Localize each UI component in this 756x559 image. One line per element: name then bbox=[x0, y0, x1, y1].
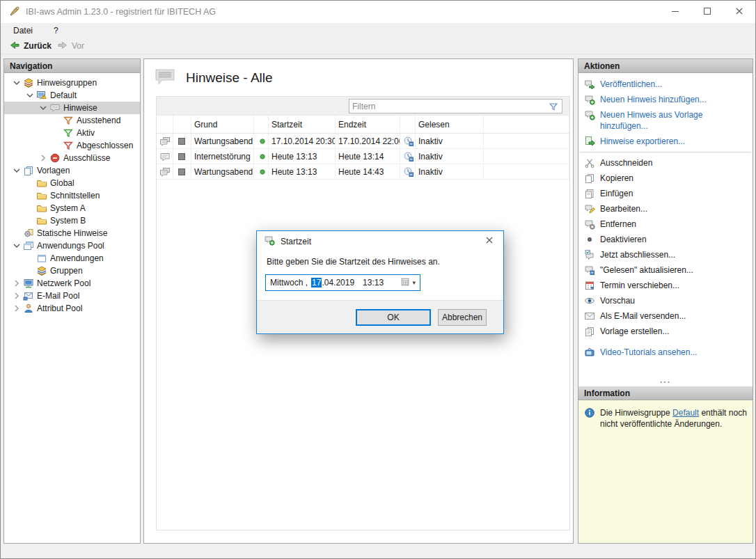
dialog-title: Startzeit bbox=[281, 237, 311, 246]
ok-button[interactable]: OK bbox=[356, 309, 431, 326]
action-veroeffentlichen[interactable]: Veröffentlichen... bbox=[578, 77, 753, 92]
action-als-email-versenden[interactable]: Als E-Mail versenden... bbox=[578, 308, 753, 324]
forward-button[interactable]: Vor bbox=[54, 40, 87, 53]
dialog-close-button[interactable] bbox=[482, 233, 496, 249]
sidebar-item-aktiv[interactable]: Aktiv bbox=[4, 127, 140, 139]
remove-icon bbox=[584, 219, 595, 230]
sidebar-item-email-pool[interactable]: E-Mail Pool bbox=[4, 290, 140, 302]
action-neuen-hinweis-hinzufuegen[interactable]: Neuen Hinweis hinzufügen... bbox=[578, 92, 753, 107]
cancel-button[interactable]: Abbrechen bbox=[438, 309, 487, 326]
column-header-startzeit[interactable]: Startzeit bbox=[269, 116, 336, 133]
sidebar-item-system-b[interactable]: System B bbox=[4, 214, 140, 227]
action-label: Einfügen bbox=[600, 188, 633, 199]
tree-item-label: Schnittstellen bbox=[50, 191, 100, 200]
chevron-right-icon[interactable] bbox=[11, 303, 22, 314]
action-label: Neuen Hinweis hinzufügen... bbox=[600, 94, 707, 105]
sidebar-item-global[interactable]: Global bbox=[4, 177, 140, 189]
information-text: Die Hinweisgruppe Default enthält noch n… bbox=[600, 407, 747, 536]
datetime-dropdown-button[interactable]: ▾ bbox=[400, 277, 416, 289]
column-header-clock[interactable] bbox=[400, 116, 416, 133]
sidebar-item-gruppen[interactable]: Gruppen bbox=[4, 265, 140, 277]
action-neuen-hinweis-aus-vorlage-hinzufuegen[interactable]: Neuen Hinweis aus Vorlage hinzufügen... bbox=[578, 107, 753, 134]
close-button[interactable] bbox=[723, 1, 755, 23]
sidebar-item-vorlagen[interactable]: Vorlagen bbox=[4, 164, 140, 177]
maximize-button[interactable] bbox=[691, 1, 723, 23]
sidebar-item-abgeschlossen[interactable]: Abgeschlossen bbox=[4, 139, 140, 152]
action-vorschau[interactable]: Vorschau bbox=[578, 293, 753, 308]
back-button[interactable]: Zurück bbox=[6, 40, 54, 53]
sidebar-item-system-a[interactable]: System A bbox=[4, 202, 140, 214]
tree-item-label: Ausschlüsse bbox=[63, 153, 110, 163]
action-hinweise-exportieren[interactable]: Hinweise exportieren... bbox=[578, 134, 753, 149]
sidebar-item-default[interactable]: Default bbox=[4, 89, 140, 102]
datetime-day[interactable]: Mittwoch , bbox=[270, 278, 308, 288]
column-header-status[interactable] bbox=[254, 116, 269, 133]
panel-splitter-handle[interactable]: ... bbox=[578, 379, 753, 386]
column-header-swatch[interactable] bbox=[173, 116, 191, 133]
chevron-down-icon[interactable] bbox=[11, 77, 22, 88]
default-group-link[interactable]: Default bbox=[672, 408, 699, 418]
action-kopieren[interactable]: Kopieren bbox=[578, 171, 753, 186]
action-termin-verschieben[interactable]: Termin verschieben... bbox=[578, 278, 753, 293]
chevron-down-icon[interactable] bbox=[11, 165, 22, 176]
filter-funnel-icon[interactable] bbox=[548, 101, 559, 112]
tree-item-label: Hinweisgruppen bbox=[37, 78, 97, 88]
action-deaktivieren[interactable]: Deaktivieren bbox=[578, 232, 753, 247]
back-arrow-icon bbox=[9, 40, 20, 53]
action-video-tutorials-ansehen[interactable]: Video-Tutorials ansehen... bbox=[578, 345, 753, 360]
datetime-time[interactable]: 13:13 bbox=[363, 278, 384, 288]
datetime-selected-day[interactable]: 17 bbox=[311, 278, 322, 288]
chevron-down-icon[interactable] bbox=[38, 102, 49, 113]
cell-gelesen: Inaktiv bbox=[416, 134, 484, 148]
sidebar-item-netzwerk-pool[interactable]: Netzwerk Pool bbox=[4, 277, 140, 290]
action-bearbeiten[interactable]: Bearbeiten... bbox=[578, 201, 753, 216]
cell-filler bbox=[484, 149, 569, 164]
chevron-right-icon[interactable] bbox=[38, 152, 49, 164]
sidebar-item-hinweisgruppen[interactable]: Hinweisgruppen bbox=[4, 77, 140, 89]
cell-filler bbox=[484, 134, 569, 148]
chevron-right-icon[interactable] bbox=[11, 290, 22, 301]
chevron-down-icon[interactable] bbox=[11, 240, 22, 251]
action-ausschneiden[interactable]: Ausschneiden bbox=[578, 155, 753, 171]
tree-item-label: Attribut Pool bbox=[37, 304, 82, 313]
tree-item-label: Abgeschlossen bbox=[77, 141, 133, 150]
chevron-down-icon[interactable] bbox=[24, 90, 36, 101]
column-header-grund[interactable]: Grund bbox=[191, 116, 254, 133]
table-row[interactable]: Wartungsabend 17.10.2014 20:30 17.10.201… bbox=[157, 134, 569, 149]
column-header-endzeit[interactable]: Endzeit bbox=[336, 116, 400, 133]
table-row[interactable]: Internetstörung Heute 13:13 Heute 13:14 … bbox=[157, 149, 569, 164]
title-bar: IBI-aws Admin 1.23.0 - registriert für I… bbox=[1, 1, 755, 23]
folder-icon bbox=[36, 190, 47, 201]
check-icon bbox=[584, 249, 595, 260]
minimize-button[interactable] bbox=[659, 1, 691, 23]
filter-input[interactable]: Filtern bbox=[349, 99, 562, 113]
sidebar-item-anwendungs-pool[interactable]: Anwendungs Pool bbox=[4, 239, 140, 252]
chevron-right-icon[interactable] bbox=[11, 278, 22, 289]
action-gelesen-aktualisieren[interactable]: "Gelesen" aktualisieren... bbox=[578, 262, 753, 278]
forward-label: Vor bbox=[72, 41, 84, 51]
action-jetzt-abschliessen[interactable]: Jetzt abschliessen... bbox=[578, 247, 753, 262]
sidebar-item-hinweise[interactable]: Hinweise bbox=[4, 102, 140, 114]
sidebar-item-schnittstellen[interactable]: Schnittstellen bbox=[4, 189, 140, 202]
action-entfernen[interactable]: Entfernen bbox=[578, 216, 753, 232]
menu-help[interactable]: ? bbox=[51, 24, 61, 37]
sidebar-item-attribut-pool[interactable]: Attribut Pool bbox=[4, 302, 140, 315]
filter-bar: Filtern bbox=[157, 97, 569, 116]
action-einfuegen[interactable]: Einfügen bbox=[578, 186, 753, 201]
sidebar-item-ausstehend[interactable]: Ausstehend bbox=[4, 114, 140, 127]
color-swatch-icon bbox=[176, 136, 187, 147]
sidebar-item-statische-hinweise[interactable]: Statische Hinweise bbox=[4, 227, 140, 239]
menu-datei[interactable]: Datei bbox=[10, 24, 36, 37]
gruppen-icon bbox=[36, 265, 47, 276]
sidebar-item-anwendungen[interactable]: Anwendungen bbox=[4, 252, 140, 265]
table-row[interactable]: Wartungsabend Heute 13:13 Heute 14:43 In… bbox=[157, 164, 569, 180]
datetime-picker[interactable]: Mittwoch , 17 .04.2019 13:13 ▾ bbox=[265, 274, 420, 291]
action-vorlage-erstellen[interactable]: Vorlage erstellen... bbox=[578, 324, 753, 339]
action-label: Ausschneiden bbox=[600, 157, 652, 168]
datetime-date[interactable]: .04.2019 bbox=[322, 278, 354, 288]
column-header-gelesen[interactable]: Gelesen bbox=[416, 116, 484, 133]
cell-grund: Wartungsabend bbox=[191, 164, 254, 179]
column-header-type[interactable] bbox=[157, 116, 173, 133]
sidebar-item-ausschluesse[interactable]: Ausschlüsse bbox=[4, 152, 140, 164]
startzeit-dialog: Startzeit Bitte geben Sie die Startzeit … bbox=[256, 230, 504, 334]
